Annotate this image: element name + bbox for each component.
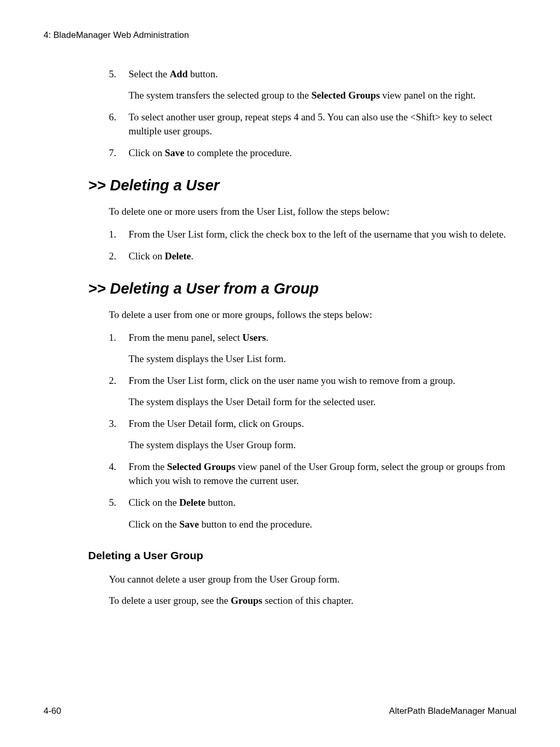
text: Click on the — [129, 497, 179, 508]
body-paragraph: You cannot delete a user group from the … — [109, 572, 511, 587]
heading-deleting-user: >> Deleting a User — [88, 174, 516, 196]
bold-text: Delete — [179, 497, 206, 508]
step-7: 7. Click on Save to complete the procedu… — [109, 146, 511, 160]
step-1: 1. From the menu panel, select Users. Th… — [109, 330, 511, 366]
step-number: 5. — [109, 495, 129, 531]
step-number: 1. — [109, 227, 129, 242]
text: . — [191, 251, 193, 261]
step-number: 1. — [109, 330, 129, 366]
step-body: Click on the Delete button. Click on the… — [129, 495, 511, 531]
bold-text: Add — [170, 68, 188, 79]
continuation-list: 5. Select the Add button. The system tra… — [109, 67, 511, 160]
text: section of this chapter. — [262, 595, 354, 606]
heading-deleting-user-group: Deleting a User Group — [88, 548, 516, 563]
step-5: 5. Click on the Delete button. Click on … — [109, 495, 511, 531]
step-sub: The system displays the User List form. — [129, 352, 511, 366]
page-number: 4-60 — [44, 705, 61, 718]
text: The system transfers the selected group … — [129, 90, 311, 101]
step-6: 6. To select another user group, repeat … — [109, 110, 511, 139]
text: To delete a user group, see the — [109, 595, 231, 606]
text: button. — [205, 497, 235, 508]
step-body: From the menu panel, select Users. The s… — [129, 330, 511, 366]
bold-text: Save — [165, 147, 185, 158]
page-footer: 4-60 AlterPath BladeManager Manual — [44, 705, 516, 718]
text: From the User List form, click on the us… — [129, 375, 455, 386]
step-2: 2. From the User List form, click on the… — [109, 374, 511, 409]
step-1: 1. From the User List form, click the ch… — [109, 227, 511, 242]
manual-title: AlterPath BladeManager Manual — [389, 705, 516, 718]
step-number: 5. — [109, 67, 129, 103]
intro-paragraph: To delete one or more users from the Use… — [109, 204, 511, 219]
step-body: From the Selected Groups view panel of t… — [129, 460, 511, 488]
bold-text: Selected Groups — [167, 461, 235, 472]
bold-text: Delete — [165, 251, 191, 261]
step-number: 6. — [109, 110, 129, 139]
step-sub: Click on the Save button to end the proc… — [129, 517, 511, 532]
step-3: 3. From the User Detail form, click on G… — [109, 417, 511, 452]
text: Select the — [129, 68, 170, 79]
text: Click on — [129, 147, 165, 158]
step-number: 2. — [109, 249, 129, 264]
text: button. — [188, 68, 218, 79]
heading-text: Deleting a User from a Group — [110, 280, 319, 297]
deleting-user-list: 1. From the User List form, click the ch… — [109, 227, 511, 263]
step-body: Select the Add button. The system transf… — [129, 67, 511, 103]
step-4: 4. From the Selected Groups view panel o… — [109, 460, 511, 488]
deleting-user-from-group-list: 1. From the menu panel, select Users. Th… — [109, 330, 511, 531]
bold-text: Users — [243, 332, 266, 343]
heading-prefix: >> — [88, 177, 110, 193]
text: From the User Detail form, click on Grou… — [129, 418, 304, 429]
text: to complete the procedure. — [185, 147, 292, 158]
chapter-header: 4: BladeManager Web Administration — [44, 29, 516, 42]
step-sub: The system displays the User Group form. — [129, 438, 511, 452]
text: From the menu panel, select — [129, 332, 243, 343]
text: button to end the procedure. — [199, 519, 312, 530]
step-body: Click on Save to complete the procedure. — [129, 146, 511, 160]
bold-text: Groups — [231, 595, 262, 606]
step-sub: The system transfers the selected group … — [129, 88, 511, 103]
step-sub: The system displays the User Detail form… — [129, 395, 511, 409]
bold-text: Selected Groups — [311, 90, 380, 101]
text: Click on the — [129, 519, 179, 530]
step-number: 2. — [109, 374, 129, 409]
heading-deleting-user-from-group: >> Deleting a User from a Group — [88, 278, 516, 299]
text: view panel on the right. — [380, 90, 476, 101]
text: Click on — [129, 251, 165, 261]
intro-paragraph: To delete a user from one or more groups… — [109, 308, 511, 322]
step-body: From the User List form, click on the us… — [129, 374, 511, 409]
step-body: From the User Detail form, click on Grou… — [129, 417, 511, 452]
step-number: 4. — [109, 460, 129, 488]
step-5: 5. Select the Add button. The system tra… — [109, 67, 511, 103]
step-body: From the User List form, click the check… — [129, 227, 511, 242]
step-2: 2. Click on Delete. — [109, 249, 511, 264]
text: From the — [129, 461, 167, 472]
step-body: Click on Delete. — [129, 249, 511, 264]
step-body: To select another user group, repeat ste… — [129, 110, 511, 139]
step-number: 7. — [109, 146, 129, 160]
heading-prefix: >> — [88, 280, 110, 297]
text: . — [266, 332, 269, 343]
bold-text: Save — [179, 519, 199, 530]
step-number: 3. — [109, 417, 129, 452]
body-paragraph: To delete a user group, see the Groups s… — [109, 593, 511, 608]
heading-text: Deleting a User — [110, 177, 219, 193]
